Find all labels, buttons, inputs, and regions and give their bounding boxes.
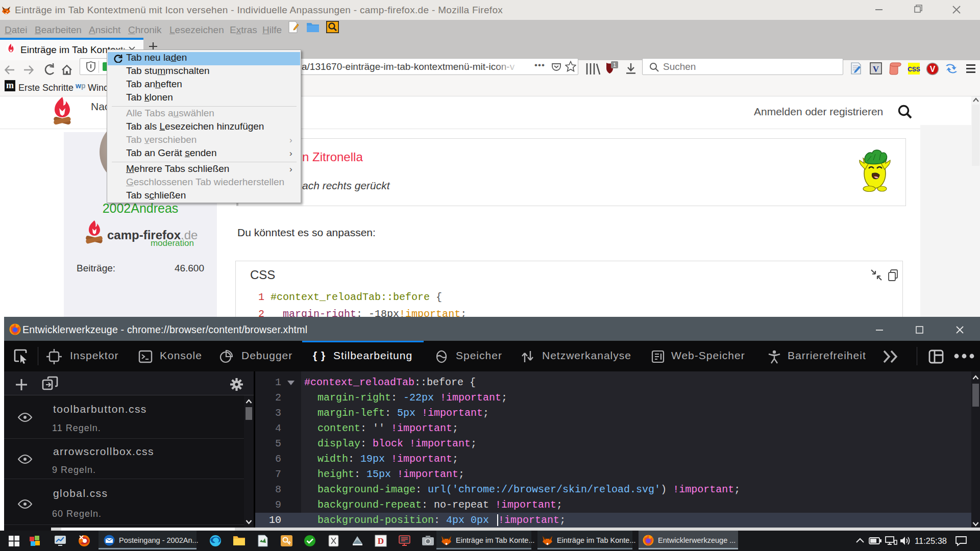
svg-text:1: 1 [613,62,616,68]
svg-text:V: V [930,65,936,73]
svg-text:D: D [378,536,384,546]
svg-text:CSS: CSS [908,66,920,73]
svg-text:V: V [873,64,879,74]
